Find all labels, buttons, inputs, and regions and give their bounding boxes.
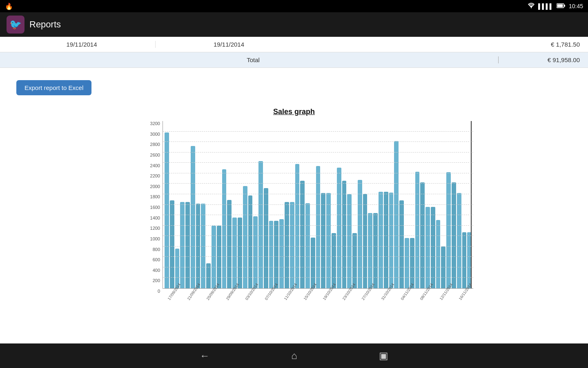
bar	[363, 194, 368, 288]
total-label: Total	[8, 56, 498, 63]
bar	[436, 220, 441, 288]
grid-line	[163, 215, 473, 215]
bar	[227, 200, 232, 288]
export-button-container: Export report to Excel	[0, 68, 588, 108]
total-amount: € 91,958.00	[498, 56, 580, 63]
bar	[410, 238, 414, 288]
status-bar-left: 🔥	[5, 2, 13, 10]
chart-inner: 17/09/201421/09/201425/09/201429/09/2014…	[163, 121, 473, 309]
svg-rect-3	[557, 4, 563, 7]
status-bar-right: ▌▌▌▌ 10:45	[528, 3, 583, 10]
y-label: 1400	[147, 215, 160, 220]
bar	[373, 213, 378, 288]
bars-container	[163, 121, 473, 288]
bar	[170, 200, 174, 288]
app-title: Reports	[29, 19, 61, 30]
bar	[243, 186, 247, 289]
bar	[342, 181, 347, 288]
export-button[interactable]: Export report to Excel	[16, 80, 91, 95]
app-bar: 🐦 Reports	[0, 12, 588, 37]
y-label: 3200	[147, 121, 160, 126]
grid-line	[163, 256, 473, 257]
home-button[interactable]: ⌂	[291, 350, 297, 361]
grid-line	[163, 236, 473, 236]
cursor-line	[471, 121, 472, 288]
bar	[222, 169, 227, 288]
bar	[337, 168, 341, 288]
y-label: 2600	[147, 153, 160, 157]
chart-plot	[163, 121, 473, 289]
bar	[431, 207, 435, 288]
bottom-nav: ← ⌂ ▣	[0, 343, 588, 368]
battery-icon	[557, 3, 566, 9]
y-label: 3000	[147, 132, 160, 137]
y-label: 400	[147, 268, 160, 273]
bar	[379, 192, 383, 288]
status-bar: 🔥 ▌▌▌▌ 10:45	[0, 0, 588, 12]
grid-line	[163, 204, 473, 205]
y-label: 200	[147, 278, 160, 283]
bar	[462, 232, 467, 288]
recents-button[interactable]: ▣	[379, 350, 388, 361]
amount-cell: € 1,781.50	[302, 41, 580, 48]
app-icon: 🐦	[7, 16, 24, 34]
flame-icon: 🔥	[5, 2, 13, 10]
bar	[425, 207, 430, 288]
grid-line	[163, 225, 473, 226]
back-button[interactable]: ←	[200, 350, 209, 361]
bar	[274, 221, 278, 288]
grid-line	[163, 267, 473, 267]
bar	[368, 213, 372, 288]
svg-point-0	[531, 7, 532, 8]
y-label: 600	[147, 257, 160, 262]
grid-line	[163, 194, 473, 194]
bar	[405, 238, 409, 288]
y-label: 2400	[147, 163, 160, 168]
bar	[389, 193, 394, 288]
table-row-total: Total € 91,958.00	[0, 52, 588, 68]
bar	[352, 233, 357, 288]
grid-line	[163, 162, 473, 163]
chart-title: Sales graph	[273, 108, 315, 116]
grid-line	[163, 152, 473, 153]
y-label: 2800	[147, 142, 160, 147]
bar	[212, 226, 216, 288]
chart-section: Sales graph 0200400600800100012001400160…	[0, 108, 588, 343]
bar	[326, 193, 331, 288]
bar	[295, 164, 300, 288]
date1-cell: 19/11/2014	[8, 41, 155, 48]
date2-cell: 19/11/2014	[155, 41, 302, 48]
bar	[311, 238, 315, 288]
bar	[347, 194, 352, 288]
x-axis-labels: 17/09/201421/09/201425/09/201429/09/2014…	[163, 289, 473, 309]
bar	[165, 132, 169, 288]
wifi-icon	[528, 3, 535, 10]
grid-line	[163, 246, 473, 247]
bar	[332, 233, 336, 288]
app-logo: 🐦	[9, 19, 22, 30]
bar	[446, 172, 451, 288]
chart-container: 0200400600800100012001400160018002000220…	[147, 121, 441, 309]
grid-line	[163, 277, 473, 278]
bar	[358, 180, 362, 288]
time-display: 10:45	[569, 3, 583, 9]
y-label: 800	[147, 247, 160, 252]
bar	[441, 247, 445, 288]
grid-line	[163, 173, 473, 173]
bar	[415, 172, 420, 288]
bar	[217, 226, 221, 288]
y-label: 1600	[147, 205, 160, 210]
bar	[300, 181, 305, 288]
y-label: 0	[147, 289, 160, 294]
grid-line	[163, 141, 473, 142]
signal-icon: ▌▌▌▌	[538, 3, 553, 9]
bar	[279, 219, 284, 288]
bar	[269, 221, 274, 288]
y-label: 2000	[147, 184, 160, 189]
grid-line	[163, 131, 473, 132]
main-content: 19/11/2014 19/11/2014 € 1,781.50 Total €…	[0, 37, 588, 343]
y-label: 1000	[147, 236, 160, 241]
bar	[321, 193, 325, 288]
y-label: 2200	[147, 173, 160, 178]
bar	[264, 188, 268, 288]
